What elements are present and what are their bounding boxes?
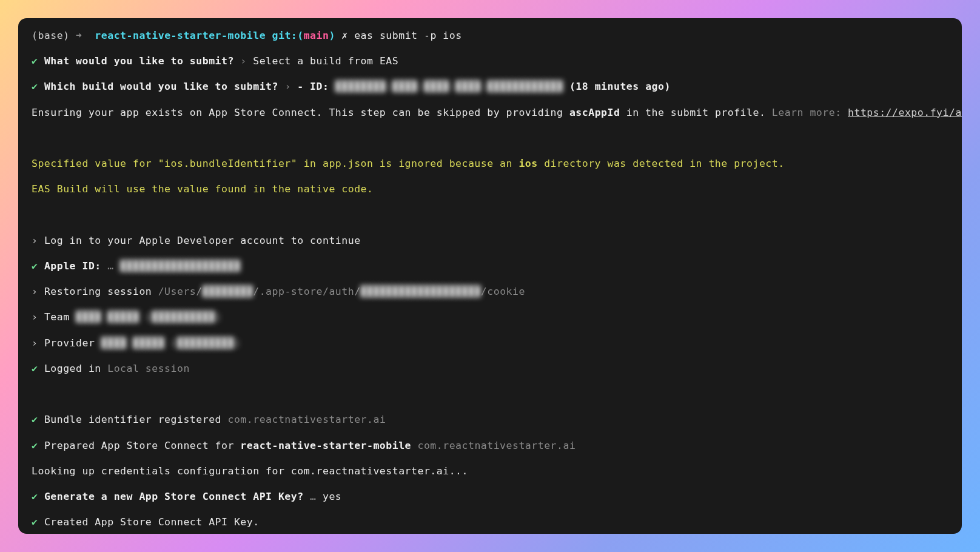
apple-id-line: ✔ Apple ID: … ███████████████████ xyxy=(32,260,948,272)
prepared-line: ✔ Prepared App Store Connect for react-n… xyxy=(32,439,948,452)
apple-login-text: Log in to your Apple Developer account t… xyxy=(44,235,361,246)
path1: /Users/ xyxy=(158,286,203,297)
check-icon: ✔ xyxy=(32,260,38,272)
redacted-team: ████ █████ (██████████) xyxy=(76,311,221,323)
prepared-name: react-native-starter-mobile xyxy=(240,440,411,451)
ellipsis: … xyxy=(107,260,113,272)
restoring-pre: Restoring session xyxy=(44,286,158,297)
ascAppId: ascAppId xyxy=(569,107,620,118)
created-text: Created App Store Connect API Key. xyxy=(44,516,260,528)
git-suffix: ) xyxy=(329,30,335,41)
looking-line: Looking up credentials configuration for… xyxy=(32,465,948,477)
ensuring-line: Ensuring your app exists on App Store Co… xyxy=(32,106,948,119)
git-branch: main xyxy=(304,30,329,41)
redacted-email: ███████████████████ xyxy=(361,286,481,297)
ensuring-post: in the submit profile. xyxy=(620,107,771,118)
cwd: react-native-starter-mobile xyxy=(95,30,266,41)
q1-text: What would you like to submit? xyxy=(44,55,234,67)
q2-dash: - ID: xyxy=(297,81,329,92)
terminal-window[interactable]: (base) ➜ react-native-starter-mobile git… xyxy=(18,18,962,534)
learn-more: Learn more: xyxy=(772,107,848,118)
team-line: › Team ████ █████ (██████████) xyxy=(32,311,948,323)
ensuring-pre: Ensuring your app exists on App Store Co… xyxy=(32,107,569,118)
typed-command: eas submit -p ios xyxy=(354,30,461,41)
question-1: ✔ What would you like to submit? › Selec… xyxy=(32,55,948,67)
q2-text: Which build would you like to submit? xyxy=(44,81,278,92)
prepared-pre: Prepared App Store Connect for xyxy=(44,440,240,451)
prompt-arrow-icon: ➜ xyxy=(76,30,82,41)
apple-login-line: › Log in to your Apple Developer account… xyxy=(32,234,948,247)
conda-env: (base) xyxy=(32,30,70,41)
bundle-id: com.reactnativestarter.ai xyxy=(227,414,386,425)
asc-app-id-link[interactable]: https://expo.fyi/asc-app-id xyxy=(848,107,962,118)
q2-time: (18 minutes ago) xyxy=(569,81,671,92)
warn-line-2: EAS Build will use the value found in th… xyxy=(32,183,948,195)
warn-line-1: Specified value for "ios.bundleIdentifie… xyxy=(32,157,948,170)
path3: /cookie xyxy=(481,286,525,297)
prepared-bundle: com.reactnativestarter.ai xyxy=(411,440,576,451)
check-icon: ✔ xyxy=(32,363,38,374)
prompt-line: (base) ➜ react-native-starter-mobile git… xyxy=(32,29,948,42)
path2: /.app-store/auth/ xyxy=(253,286,360,297)
bundle-reg-text: Bundle identifier registered xyxy=(44,414,228,425)
warn1-post: directory was detected in the project. xyxy=(538,158,785,169)
created-line: ✔ Created App Store Connect API Key. xyxy=(32,516,948,528)
local-session: Local session xyxy=(107,363,190,374)
warn1-pre: Specified value for "ios.bundleIdentifie… xyxy=(32,158,519,169)
bullet-icon: › xyxy=(32,286,38,297)
provider-line: › Provider ████ █████ (█████████) xyxy=(32,337,948,349)
restoring-line: › Restoring session /Users/████████/.app… xyxy=(32,285,948,298)
logged-in-line: ✔ Logged in Local session xyxy=(32,362,948,375)
sep: › xyxy=(284,81,290,92)
ellipsis: … xyxy=(310,491,316,502)
redacted-apple-id: ███████████████████ xyxy=(120,260,240,272)
question-2: ✔ Which build would you like to submit? … xyxy=(32,80,948,93)
warn1-ios: ios xyxy=(519,158,537,169)
redacted-build-id: ████████-████-████-████-████████████ xyxy=(335,81,563,92)
sep: › xyxy=(240,55,246,67)
generate-line: ✔ Generate a new App Store Connect API K… xyxy=(32,490,948,503)
bullet-icon: › xyxy=(32,235,38,246)
check-icon: ✔ xyxy=(32,81,38,92)
check-icon: ✔ xyxy=(32,491,38,502)
bullet-icon: › xyxy=(32,337,38,349)
bundle-reg-line: ✔ Bundle identifier registered com.react… xyxy=(32,413,948,426)
check-icon: ✔ xyxy=(32,516,38,528)
generate-q: Generate a new App Store Connect API Key… xyxy=(44,491,304,502)
redacted-provider: ████ █████ (█████████) xyxy=(101,337,241,349)
bullet-icon: › xyxy=(32,311,38,323)
team-label: Team xyxy=(44,311,76,323)
check-icon: ✔ xyxy=(32,55,38,67)
apple-id-label: Apple ID: xyxy=(44,260,101,272)
generate-answer: yes xyxy=(323,491,341,502)
logged-in-text: Logged in xyxy=(44,363,107,374)
git-prefix: git:( xyxy=(272,30,304,41)
provider-label: Provider xyxy=(44,337,101,349)
check-icon: ✔ xyxy=(32,440,38,451)
redacted-user: ████████ xyxy=(203,286,253,297)
check-icon: ✔ xyxy=(32,414,38,425)
dirty-mark-icon: ✗ xyxy=(341,30,347,41)
q1-answer: Select a build from EAS xyxy=(253,55,398,67)
